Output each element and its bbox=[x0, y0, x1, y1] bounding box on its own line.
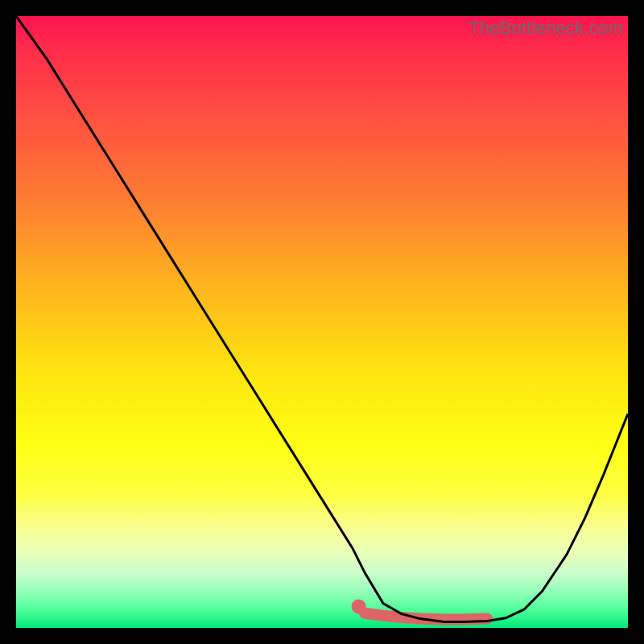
chart-svg bbox=[16, 16, 628, 628]
gradient-plot-area: TheBottleneck.com bbox=[16, 16, 628, 628]
bottleneck-curve bbox=[16, 16, 628, 621]
marker-dot bbox=[352, 599, 366, 613]
